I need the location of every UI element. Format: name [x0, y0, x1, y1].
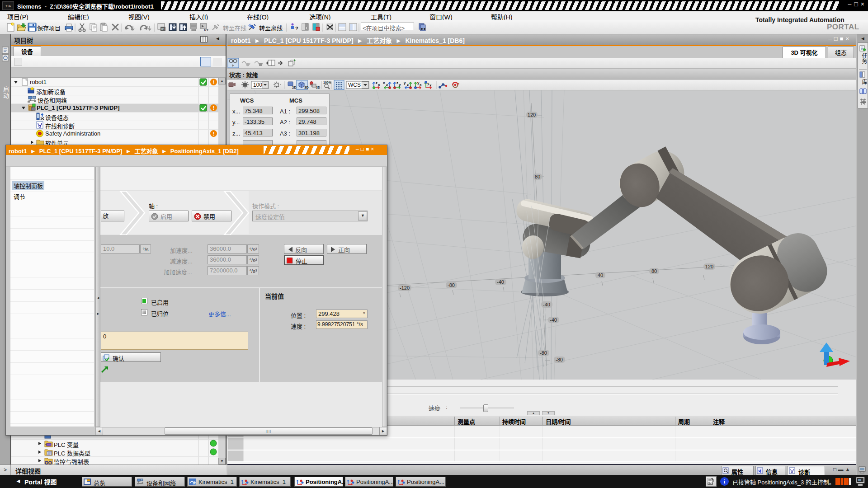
svg-text:-80: -80	[448, 282, 455, 288]
svg-text:RT: RT	[204, 28, 209, 32]
svg-text:3D: 3D	[193, 482, 197, 485]
svg-text:-40: -40	[543, 302, 550, 307]
svg-text:x: x	[429, 83, 432, 87]
svg-text:x: x	[378, 83, 380, 87]
svg-text:40: 40	[598, 272, 603, 278]
svg-text:z: z	[407, 83, 409, 87]
svg-text:-120: -120	[400, 285, 410, 291]
svg-text:-40: -40	[550, 317, 557, 323]
svg-text:WCS: WCS	[348, 82, 361, 88]
svg-text:z: z	[396, 81, 398, 85]
svg-text:100%: 100%	[323, 81, 332, 84]
svg-text:3D: 3D	[304, 85, 309, 89]
svg-text:2D: 2D	[292, 85, 297, 89]
svg-text:!: !	[213, 105, 215, 111]
svg-text:3D: 3D	[316, 86, 320, 89]
svg-text:120: 120	[528, 112, 536, 117]
svg-text:01: 01	[161, 28, 165, 31]
svg-text:-40: -40	[497, 279, 504, 285]
svg-text:?: ?	[295, 26, 298, 31]
svg-text:y: y	[404, 81, 406, 85]
svg-text:y: y	[399, 83, 401, 87]
svg-text:-80: -80	[540, 350, 547, 356]
svg-text:z: z	[386, 83, 388, 87]
svg-text:80: 80	[535, 174, 540, 179]
svg-text:x: x	[383, 81, 385, 85]
svg-text:!: !	[213, 131, 215, 136]
svg-text:-80: -80	[556, 357, 563, 362]
svg-text:120: 120	[705, 264, 713, 269]
svg-text:!: !	[213, 80, 215, 85]
svg-text:i: i	[760, 469, 761, 474]
svg-text:80: 80	[651, 268, 657, 274]
svg-text:100: 100	[253, 82, 262, 88]
svg-text:z: z	[376, 81, 377, 85]
svg-text:x: x	[420, 83, 422, 87]
